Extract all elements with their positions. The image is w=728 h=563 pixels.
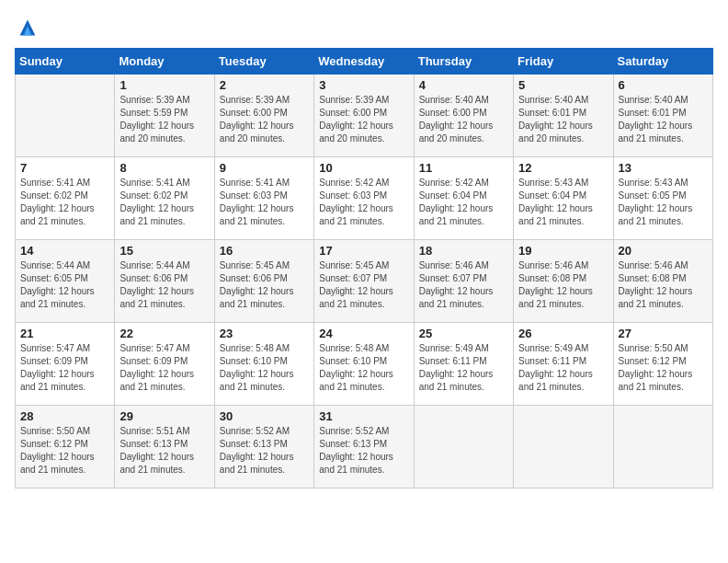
day-cell: 7Sunrise: 5:41 AM Sunset: 6:02 PM Daylig… <box>16 157 115 240</box>
day-detail: Sunrise: 5:41 AM Sunset: 6:02 PM Dayligh… <box>119 177 209 228</box>
day-number: 16 <box>220 244 309 258</box>
day-cell: 3Sunrise: 5:39 AM Sunset: 6:00 PM Daylig… <box>314 75 414 157</box>
day-detail: Sunrise: 5:44 AM Sunset: 6:05 PM Dayligh… <box>20 259 109 311</box>
header-row: SundayMondayTuesdayWednesdayThursdayFrid… <box>16 49 713 75</box>
day-cell: 15Sunrise: 5:44 AM Sunset: 6:06 PM Dayli… <box>115 240 214 323</box>
day-number: 9 <box>220 161 309 175</box>
day-number: 29 <box>119 409 209 423</box>
day-cell <box>514 406 613 488</box>
day-detail: Sunrise: 5:39 AM Sunset: 6:00 PM Dayligh… <box>220 94 309 145</box>
day-detail: Sunrise: 5:51 AM Sunset: 6:13 PM Dayligh… <box>119 425 209 477</box>
day-cell: 12Sunrise: 5:43 AM Sunset: 6:04 PM Dayli… <box>514 157 613 240</box>
day-cell: 14Sunrise: 5:44 AM Sunset: 6:05 PM Dayli… <box>16 240 115 323</box>
day-cell: 19Sunrise: 5:46 AM Sunset: 6:08 PM Dayli… <box>514 240 613 323</box>
day-detail: Sunrise: 5:52 AM Sunset: 6:13 PM Dayligh… <box>319 425 408 477</box>
logo-icon <box>15 15 40 40</box>
day-cell: 30Sunrise: 5:52 AM Sunset: 6:13 PM Dayli… <box>214 406 313 488</box>
col-header-monday: Monday <box>115 49 214 75</box>
day-detail: Sunrise: 5:47 AM Sunset: 6:09 PM Dayligh… <box>20 342 109 394</box>
col-header-sunday: Sunday <box>16 49 115 75</box>
col-header-friday: Friday <box>514 49 613 75</box>
day-number: 13 <box>619 161 708 175</box>
day-detail: Sunrise: 5:50 AM Sunset: 6:12 PM Dayligh… <box>20 425 109 477</box>
day-detail: Sunrise: 5:40 AM Sunset: 6:01 PM Dayligh… <box>518 94 608 145</box>
day-cell: 2Sunrise: 5:39 AM Sunset: 6:00 PM Daylig… <box>214 75 313 157</box>
day-detail: Sunrise: 5:50 AM Sunset: 6:12 PM Dayligh… <box>619 342 708 394</box>
day-number: 21 <box>20 327 109 340</box>
day-cell: 5Sunrise: 5:40 AM Sunset: 6:01 PM Daylig… <box>514 75 613 157</box>
day-number: 11 <box>419 161 508 175</box>
week-row-4: 21Sunrise: 5:47 AM Sunset: 6:09 PM Dayli… <box>16 323 713 406</box>
day-number: 15 <box>119 244 209 258</box>
day-detail: Sunrise: 5:47 AM Sunset: 6:09 PM Dayligh… <box>119 342 209 394</box>
day-detail: Sunrise: 5:48 AM Sunset: 6:10 PM Dayligh… <box>319 342 408 394</box>
day-number: 4 <box>419 78 508 92</box>
day-number: 31 <box>319 409 408 423</box>
day-cell: 1Sunrise: 5:39 AM Sunset: 5:59 PM Daylig… <box>115 75 214 157</box>
day-cell: 29Sunrise: 5:51 AM Sunset: 6:13 PM Dayli… <box>115 406 214 488</box>
day-cell: 23Sunrise: 5:48 AM Sunset: 6:10 PM Dayli… <box>214 323 313 406</box>
day-number: 7 <box>20 161 109 175</box>
day-cell <box>16 75 115 157</box>
day-number: 22 <box>119 327 209 340</box>
day-detail: Sunrise: 5:46 AM Sunset: 6:07 PM Dayligh… <box>419 259 508 311</box>
day-cell: 16Sunrise: 5:45 AM Sunset: 6:06 PM Dayli… <box>214 240 313 323</box>
day-number: 26 <box>518 327 608 340</box>
day-number: 17 <box>319 244 408 258</box>
day-number: 20 <box>619 244 708 258</box>
day-detail: Sunrise: 5:41 AM Sunset: 6:03 PM Dayligh… <box>220 177 309 228</box>
day-number: 28 <box>20 409 109 423</box>
day-number: 1 <box>119 78 209 92</box>
day-cell: 22Sunrise: 5:47 AM Sunset: 6:09 PM Dayli… <box>115 323 214 406</box>
calendar-table: SundayMondayTuesdayWednesdayThursdayFrid… <box>15 48 713 488</box>
day-number: 5 <box>518 78 608 92</box>
col-header-saturday: Saturday <box>613 49 712 75</box>
day-cell: 9Sunrise: 5:41 AM Sunset: 6:03 PM Daylig… <box>214 157 313 240</box>
day-number: 24 <box>319 327 408 340</box>
day-number: 2 <box>220 78 309 92</box>
day-cell: 10Sunrise: 5:42 AM Sunset: 6:03 PM Dayli… <box>314 157 414 240</box>
day-detail: Sunrise: 5:46 AM Sunset: 6:08 PM Dayligh… <box>619 259 708 311</box>
day-number: 25 <box>419 327 508 340</box>
day-cell: 6Sunrise: 5:40 AM Sunset: 6:01 PM Daylig… <box>613 75 712 157</box>
week-row-5: 28Sunrise: 5:50 AM Sunset: 6:12 PM Dayli… <box>16 406 713 488</box>
day-cell: 21Sunrise: 5:47 AM Sunset: 6:09 PM Dayli… <box>16 323 115 406</box>
day-cell: 20Sunrise: 5:46 AM Sunset: 6:08 PM Dayli… <box>613 240 712 323</box>
day-number: 23 <box>220 327 309 340</box>
day-detail: Sunrise: 5:43 AM Sunset: 6:04 PM Dayligh… <box>518 177 608 228</box>
day-number: 6 <box>619 78 708 92</box>
week-row-2: 7Sunrise: 5:41 AM Sunset: 6:02 PM Daylig… <box>16 157 713 240</box>
day-number: 27 <box>619 327 708 340</box>
day-number: 3 <box>319 78 408 92</box>
day-detail: Sunrise: 5:48 AM Sunset: 6:10 PM Dayligh… <box>220 342 309 394</box>
col-header-thursday: Thursday <box>414 49 513 75</box>
day-number: 12 <box>518 161 608 175</box>
day-detail: Sunrise: 5:41 AM Sunset: 6:02 PM Dayligh… <box>20 177 109 228</box>
day-detail: Sunrise: 5:40 AM Sunset: 6:00 PM Dayligh… <box>419 94 508 145</box>
day-detail: Sunrise: 5:43 AM Sunset: 6:05 PM Dayligh… <box>619 177 708 228</box>
day-number: 10 <box>319 161 408 175</box>
day-cell: 28Sunrise: 5:50 AM Sunset: 6:12 PM Dayli… <box>16 406 115 488</box>
day-number: 30 <box>220 409 309 423</box>
day-detail: Sunrise: 5:42 AM Sunset: 6:03 PM Dayligh… <box>319 177 408 228</box>
day-detail: Sunrise: 5:45 AM Sunset: 6:07 PM Dayligh… <box>319 259 408 311</box>
day-cell: 26Sunrise: 5:49 AM Sunset: 6:11 PM Dayli… <box>514 323 613 406</box>
week-row-3: 14Sunrise: 5:44 AM Sunset: 6:05 PM Dayli… <box>16 240 713 323</box>
day-cell: 27Sunrise: 5:50 AM Sunset: 6:12 PM Dayli… <box>613 323 712 406</box>
page-header <box>15 15 713 40</box>
col-header-wednesday: Wednesday <box>314 49 414 75</box>
day-cell: 11Sunrise: 5:42 AM Sunset: 6:04 PM Dayli… <box>414 157 513 240</box>
logo <box>15 15 44 40</box>
day-detail: Sunrise: 5:49 AM Sunset: 6:11 PM Dayligh… <box>518 342 608 394</box>
day-detail: Sunrise: 5:46 AM Sunset: 6:08 PM Dayligh… <box>518 259 608 311</box>
day-cell <box>613 406 712 488</box>
day-number: 14 <box>20 244 109 258</box>
day-cell <box>414 406 513 488</box>
day-detail: Sunrise: 5:39 AM Sunset: 6:00 PM Dayligh… <box>319 94 408 145</box>
day-number: 8 <box>119 161 209 175</box>
day-cell: 31Sunrise: 5:52 AM Sunset: 6:13 PM Dayli… <box>314 406 414 488</box>
day-detail: Sunrise: 5:40 AM Sunset: 6:01 PM Dayligh… <box>619 94 708 145</box>
day-cell: 24Sunrise: 5:48 AM Sunset: 6:10 PM Dayli… <box>314 323 414 406</box>
day-cell: 17Sunrise: 5:45 AM Sunset: 6:07 PM Dayli… <box>314 240 414 323</box>
day-detail: Sunrise: 5:39 AM Sunset: 5:59 PM Dayligh… <box>119 94 209 145</box>
